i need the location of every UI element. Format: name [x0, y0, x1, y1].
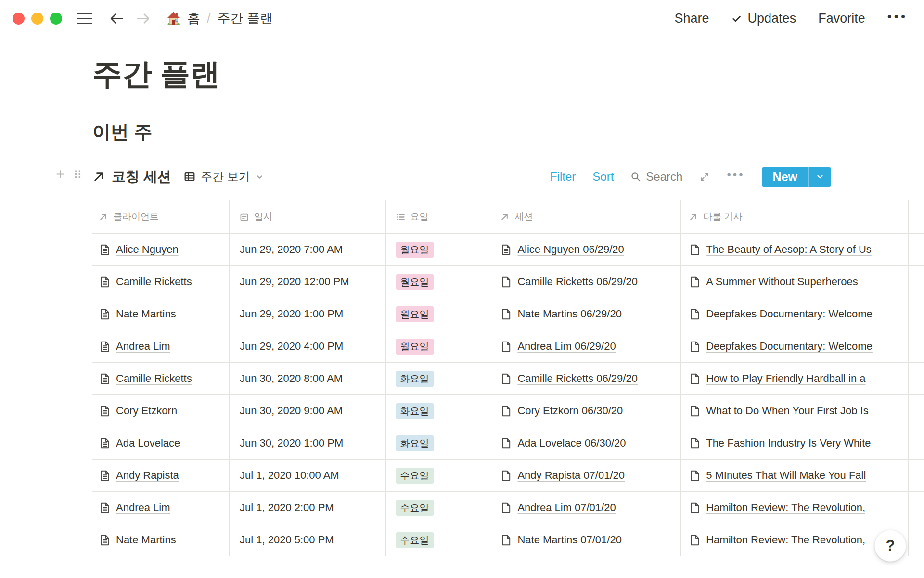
- client-cell[interactable]: Camille Ricketts: [92, 363, 230, 394]
- day-cell[interactable]: 월요일: [386, 330, 493, 362]
- session-page-link[interactable]: Alice Nguyen 06/29/20: [517, 243, 624, 256]
- article-cell[interactable]: Hamilton Review: The Revolution,: [681, 524, 909, 556]
- article-cell[interactable]: A Summer Without Superheroes: [681, 266, 909, 298]
- client-cell[interactable]: Andrea Lim: [92, 492, 230, 524]
- filter-button[interactable]: Filter: [550, 170, 576, 184]
- session-page-link[interactable]: Nate Martins 06/29/20: [517, 308, 621, 320]
- back-button[interactable]: [109, 11, 125, 26]
- article-cell[interactable]: Deepfakes Documentary: Welcome: [681, 298, 909, 330]
- view-switcher[interactable]: 주간 보기: [184, 169, 264, 184]
- day-cell[interactable]: 월요일: [386, 234, 493, 265]
- client-cell[interactable]: Nate Martins: [92, 298, 230, 330]
- client-cell[interactable]: Camille Ricketts: [92, 266, 230, 298]
- session-cell[interactable]: Andrea Lim 07/01/20: [492, 492, 681, 524]
- article-page-link[interactable]: Hamilton Review: The Revolution,: [706, 534, 865, 546]
- session-cell[interactable]: Andrea Lim 06/29/20: [492, 330, 681, 362]
- session-cell[interactable]: Nate Martins 06/29/20: [492, 298, 681, 330]
- add-block-icon[interactable]: [55, 169, 66, 180]
- session-page-link[interactable]: Andrea Lim 07/01/20: [517, 501, 616, 514]
- article-page-link[interactable]: How to Play Friendly Hardball in a: [706, 372, 865, 385]
- datetime-cell[interactable]: Jul 1, 2020 2:00 PM: [230, 492, 386, 524]
- minimize-window-button[interactable]: [31, 13, 43, 25]
- client-cell[interactable]: Alice Nguyen: [92, 234, 230, 265]
- day-cell[interactable]: 월요일: [386, 298, 493, 330]
- article-cell[interactable]: What to Do When Your First Job Is: [681, 395, 909, 427]
- article-cell[interactable]: Hamilton Review: The Revolution,: [681, 492, 909, 524]
- client-page-link[interactable]: Andy Rapista: [116, 469, 179, 482]
- datetime-cell[interactable]: Jul 1, 2020 10:00 AM: [230, 460, 386, 491]
- datetime-cell[interactable]: Jul 1, 2020 5:00 PM: [230, 524, 386, 556]
- session-cell[interactable]: Camille Ricketts 06/29/20: [492, 363, 681, 394]
- session-cell[interactable]: Cory Etzkorn 06/30/20: [492, 395, 681, 427]
- client-cell[interactable]: Cory Etzkorn: [92, 395, 230, 427]
- session-cell[interactable]: Ada Lovelace 06/30/20: [492, 427, 681, 459]
- session-page-link[interactable]: Ada Lovelace 06/30/20: [517, 437, 626, 449]
- session-cell[interactable]: Alice Nguyen 06/29/20: [492, 234, 681, 265]
- day-cell[interactable]: 화요일: [386, 363, 493, 394]
- datetime-cell[interactable]: Jun 30, 2020 1:00 PM: [230, 427, 386, 459]
- help-button[interactable]: ?: [874, 530, 906, 562]
- session-page-link[interactable]: Camille Ricketts 06/29/20: [517, 372, 637, 385]
- article-page-link[interactable]: Deepfakes Documentary: Welcome: [706, 308, 873, 320]
- day-cell[interactable]: 수요일: [386, 492, 493, 524]
- client-page-link[interactable]: Andrea Lim: [116, 340, 170, 353]
- column-header-datetime[interactable]: 일시: [230, 200, 386, 233]
- session-cell[interactable]: Camille Ricketts 06/29/20: [492, 266, 681, 298]
- more-options-icon[interactable]: •••: [887, 10, 908, 26]
- article-page-link[interactable]: A Summer Without Superheroes: [706, 276, 858, 288]
- new-dropdown-button[interactable]: [808, 167, 831, 187]
- zoom-window-button[interactable]: [50, 13, 62, 25]
- article-page-link[interactable]: The Beauty of Aesop: A Story of Us: [706, 243, 872, 256]
- breadcrumb-current-page[interactable]: 주간 플랜: [218, 10, 273, 27]
- client-page-link[interactable]: Alice Nguyen: [116, 243, 179, 256]
- client-page-link[interactable]: Andrea Lim: [116, 501, 170, 514]
- datetime-cell[interactable]: Jun 30, 2020 8:00 AM: [230, 363, 386, 394]
- collection-title[interactable]: 코칭 세션: [112, 167, 171, 186]
- article-cell[interactable]: The Beauty of Aesop: A Story of Us: [681, 234, 909, 265]
- client-cell[interactable]: Ada Lovelace: [92, 427, 230, 459]
- column-header-client[interactable]: 클라이언트: [92, 200, 230, 233]
- client-cell[interactable]: Andrea Lim: [92, 330, 230, 362]
- session-page-link[interactable]: Andrea Lim 06/29/20: [517, 340, 616, 353]
- sidebar-menu-icon[interactable]: [77, 13, 92, 24]
- session-cell[interactable]: Nate Martins 07/01/20: [492, 524, 681, 556]
- datetime-cell[interactable]: Jun 29, 2020 4:00 PM: [230, 330, 386, 362]
- session-page-link[interactable]: Cory Etzkorn 06/30/20: [517, 405, 623, 417]
- expand-icon[interactable]: [699, 171, 710, 182]
- article-cell[interactable]: The Fashion Industry Is Very White: [681, 427, 909, 459]
- day-cell[interactable]: 화요일: [386, 427, 493, 459]
- new-button[interactable]: New: [762, 167, 831, 187]
- sort-button[interactable]: Sort: [592, 170, 614, 184]
- article-page-link[interactable]: 5 MInutes That Will Make You Fall: [706, 469, 866, 482]
- forward-button[interactable]: [135, 11, 151, 26]
- client-page-link[interactable]: Nate Martins: [116, 308, 176, 320]
- session-page-link[interactable]: Camille Ricketts 06/29/20: [517, 276, 637, 288]
- article-cell[interactable]: How to Play Friendly Hardball in a: [681, 363, 909, 394]
- client-page-link[interactable]: Ada Lovelace: [116, 437, 180, 449]
- client-page-link[interactable]: Nate Martins: [116, 534, 176, 546]
- article-cell[interactable]: 5 MInutes That Will Make You Fall: [681, 460, 909, 491]
- updates-button[interactable]: Updates: [732, 11, 796, 26]
- article-page-link[interactable]: The Fashion Industry Is Very White: [706, 437, 871, 449]
- client-page-link[interactable]: Cory Etzkorn: [116, 405, 177, 417]
- client-page-link[interactable]: Camille Ricketts: [116, 372, 192, 385]
- drag-handle-icon[interactable]: [72, 169, 83, 180]
- day-cell[interactable]: 수요일: [386, 460, 493, 491]
- session-page-link[interactable]: Andy Rapista 07/01/20: [517, 469, 625, 482]
- datetime-cell[interactable]: Jun 30, 2020 9:00 AM: [230, 395, 386, 427]
- datetime-cell[interactable]: Jun 29, 2020 1:00 PM: [230, 298, 386, 330]
- share-button[interactable]: Share: [675, 11, 709, 26]
- article-cell[interactable]: Deepfakes Documentary: Welcome: [681, 330, 909, 362]
- add-column-area[interactable]: [909, 200, 924, 233]
- column-header-session[interactable]: 세션: [492, 200, 681, 233]
- datetime-cell[interactable]: Jun 29, 2020 7:00 AM: [230, 234, 386, 265]
- new-button-label[interactable]: New: [762, 167, 808, 187]
- session-page-link[interactable]: Nate Martins 07/01/20: [517, 534, 621, 546]
- client-page-link[interactable]: Camille Ricketts: [116, 276, 192, 288]
- client-cell[interactable]: Andy Rapista: [92, 460, 230, 491]
- article-page-link[interactable]: Deepfakes Documentary: Welcome: [706, 340, 873, 353]
- day-cell[interactable]: 화요일: [386, 395, 493, 427]
- column-header-article[interactable]: 다룰 기사: [681, 200, 909, 233]
- client-cell[interactable]: Nate Martins: [92, 524, 230, 556]
- close-window-button[interactable]: [13, 13, 25, 25]
